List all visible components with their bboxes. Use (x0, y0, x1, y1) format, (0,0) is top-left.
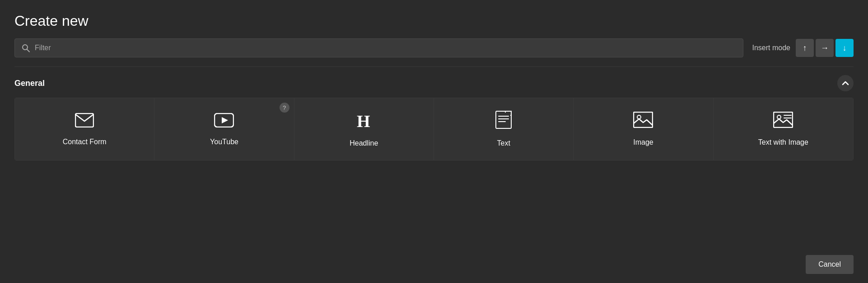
cancel-row: Cancel (14, 248, 854, 274)
insert-mode-section: Insert mode ↑ → ↓ (752, 39, 854, 57)
contact-form-label: Contact Form (63, 138, 107, 146)
item-text-with-image[interactable]: Text with Image (714, 98, 853, 160)
envelope-icon (75, 113, 94, 132)
text-icon (495, 111, 512, 133)
insert-mode-right-button[interactable]: → (816, 39, 834, 57)
svg-marker-4 (222, 117, 228, 123)
image-label: Image (633, 138, 653, 146)
insert-mode-up-button[interactable]: ↑ (796, 39, 814, 57)
main-container: Create new Insert mode ↑ → ↓ General (0, 0, 868, 283)
search-icon (21, 43, 30, 52)
section-general-title: General (14, 79, 45, 88)
cancel-button[interactable]: Cancel (806, 255, 854, 274)
youtube-label: YouTube (210, 138, 238, 146)
chevron-up-icon (841, 79, 849, 87)
text-with-image-label: Text with Image (758, 138, 808, 146)
youtube-help-badge[interactable]: ? (280, 103, 289, 113)
svg-rect-6 (496, 111, 511, 128)
items-grid: Contact Form ? YouTube H Headline (14, 98, 854, 160)
search-box (14, 38, 743, 57)
headline-label: Headline (350, 139, 378, 147)
item-image[interactable]: Image (574, 98, 713, 160)
item-headline[interactable]: H Headline (294, 98, 434, 160)
page-title: Create new (14, 13, 854, 29)
svg-rect-2 (75, 113, 93, 127)
insert-mode-label: Insert mode (752, 44, 790, 52)
text-label: Text (497, 139, 510, 147)
item-contact-form[interactable]: Contact Form (15, 98, 154, 160)
search-row: Insert mode ↑ → ↓ (14, 38, 854, 67)
svg-rect-10 (634, 112, 653, 127)
item-youtube[interactable]: ? YouTube (154, 98, 294, 160)
headline-icon: H (355, 111, 373, 133)
insert-mode-down-button[interactable]: ↓ (835, 39, 854, 57)
svg-line-1 (27, 49, 30, 52)
item-text[interactable]: Text (434, 98, 574, 160)
youtube-icon (214, 113, 234, 132)
insert-mode-buttons: ↑ → ↓ (796, 39, 854, 57)
section-header: General (14, 67, 854, 98)
section-collapse-button[interactable] (837, 75, 854, 91)
image-icon (633, 112, 653, 132)
svg-rect-12 (774, 112, 793, 127)
svg-text:H: H (357, 112, 370, 129)
filter-input[interactable] (35, 44, 737, 52)
text-with-image-icon (773, 112, 793, 132)
